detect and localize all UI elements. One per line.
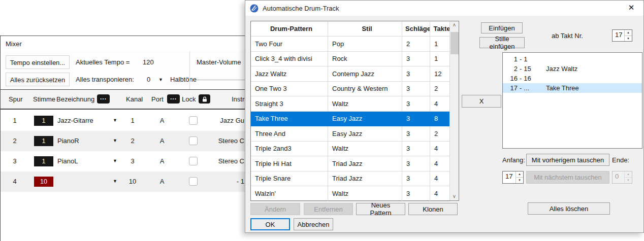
close-icon[interactable]: ✕: [626, 3, 637, 12]
pattern-takte[interactable]: 1: [430, 37, 449, 52]
swap-previous-button[interactable]: Mit vorherigem tauschen: [526, 154, 609, 166]
anfang-value[interactable]: 17: [503, 171, 516, 183]
set-tempo-button[interactable]: Tempo einstellen...: [6, 55, 70, 69]
pattern-schlaege[interactable]: 3: [402, 142, 430, 157]
scrollbar-thumb[interactable]: [450, 32, 459, 54]
port-value[interactable]: A: [157, 178, 167, 185]
transpose-dropdown-icon[interactable]: ▼: [158, 77, 163, 82]
port-value[interactable]: A: [157, 137, 167, 145]
pattern-row[interactable]: Take ThreeEasy Jazz38: [251, 112, 449, 127]
pattern-row[interactable]: Jazz WaltzContemp Jazz312: [251, 66, 449, 82]
voice-badge[interactable]: 1: [34, 136, 53, 146]
spinner-down-icon[interactable]: ▼: [516, 178, 523, 183]
pattern-schlaege[interactable]: 3: [402, 112, 430, 127]
track-name[interactable]: PianoR: [57, 137, 79, 145]
scroll-down-icon[interactable]: ˅: [450, 192, 459, 200]
pattern-stil[interactable]: Contemp Jazz: [328, 66, 402, 82]
voice-badge[interactable]: 1: [34, 116, 53, 126]
pattern-row[interactable]: Three AndEasy Jazz32: [251, 126, 449, 142]
pattern-name[interactable]: Triple Hi Hat: [251, 156, 328, 171]
pattern-name[interactable]: Triple 2and3: [251, 142, 328, 157]
pattern-stil[interactable]: Pop: [328, 37, 402, 52]
pattern-row[interactable]: Click 3_4 with divisiRock31: [251, 52, 449, 67]
spinner-down-icon[interactable]: ▼: [625, 36, 632, 42]
pattern-stil[interactable]: Easy Jazz: [328, 112, 402, 127]
channel-value[interactable]: 10: [125, 178, 140, 185]
port-value[interactable]: A: [157, 157, 167, 165]
pattern-stil[interactable]: Triad Jazz: [328, 171, 402, 187]
channel-value[interactable]: 2: [125, 137, 140, 145]
pattern-stil[interactable]: Rock: [328, 52, 402, 67]
bezeichnung-more-button[interactable]: ...: [97, 94, 110, 104]
chevron-down-icon[interactable]: ▼: [113, 138, 117, 143]
lock-checkbox[interactable]: [189, 157, 198, 165]
spinner-up-icon[interactable]: ▲: [516, 171, 523, 178]
port-value[interactable]: A: [157, 117, 167, 124]
pattern-stil[interactable]: Country & Western: [328, 82, 402, 97]
pattern-schlaege[interactable]: 3: [402, 66, 430, 82]
transpose-value[interactable]: 0: [147, 76, 150, 83]
pattern-name[interactable]: Walzin': [251, 186, 328, 201]
alles-loeschen-button[interactable]: Alles löschen: [528, 202, 610, 215]
voice-badge[interactable]: 10: [34, 177, 53, 187]
pattern-name[interactable]: Two Four: [251, 37, 328, 52]
pattern-row[interactable]: Straight 3Waltz34: [251, 96, 449, 112]
track-name[interactable]: Jazz-Gitarre: [57, 117, 93, 124]
pattern-schlaege[interactable]: 3: [402, 126, 430, 142]
pattern-takte[interactable]: 2: [430, 126, 449, 142]
scroll-up-icon[interactable]: ˄: [450, 21, 459, 30]
abbrechen-button[interactable]: Abbrechen: [294, 218, 333, 230]
lock-all-button[interactable]: [199, 94, 210, 104]
col-takte[interactable]: Takte: [430, 21, 449, 37]
x-button[interactable]: X: [462, 95, 501, 108]
pattern-takte[interactable]: 4: [430, 96, 449, 112]
chevron-down-icon[interactable]: ▼: [113, 118, 117, 123]
chevron-down-icon[interactable]: ▼: [113, 158, 117, 163]
col-drum-pattern[interactable]: Drum-Pattern: [251, 21, 328, 37]
pattern-name[interactable]: One Two 3: [251, 82, 328, 97]
pattern-row[interactable]: Walzin'Waltz34: [251, 186, 449, 201]
ab-takt-value[interactable]: 17: [613, 30, 624, 41]
pattern-takte[interactable]: 4: [430, 171, 449, 187]
pattern-name[interactable]: Straight 3: [251, 96, 328, 112]
ab-takt-spinner[interactable]: 17 ▲ ▼: [612, 29, 632, 42]
pattern-schlaege[interactable]: 3: [402, 82, 430, 97]
pattern-row[interactable]: Triple 2and3Waltz34: [251, 142, 449, 157]
pattern-row[interactable]: Triple Hi HatTriad Jazz34: [251, 156, 449, 171]
pattern-name[interactable]: Three And: [251, 126, 328, 142]
pattern-takte[interactable]: 2: [430, 82, 449, 97]
pattern-stil[interactable]: Waltz: [328, 96, 402, 112]
pattern-schlaege[interactable]: 2: [402, 37, 430, 52]
pattern-name[interactable]: Click 3_4 with divisi: [251, 52, 328, 67]
pattern-takte[interactable]: 1: [430, 52, 449, 67]
segment-list-item[interactable]: 2-15Jazz Waltz: [503, 64, 642, 74]
master-volume-slider[interactable]: [197, 80, 245, 80]
track-name[interactable]: PianoL: [57, 157, 78, 165]
pattern-name[interactable]: Take Three: [251, 112, 328, 127]
klonen-button[interactable]: Klonen: [408, 203, 458, 215]
pattern-takte[interactable]: 12: [430, 66, 449, 82]
segment-list-item[interactable]: 16-16: [503, 74, 642, 83]
pattern-takte[interactable]: 4: [430, 186, 449, 201]
lock-checkbox[interactable]: [189, 136, 198, 145]
einfuegen-button[interactable]: Einfügen: [481, 22, 523, 33]
pattern-row[interactable]: Triple SnareTriad Jazz34: [251, 171, 449, 187]
pattern-schlaege[interactable]: 3: [402, 186, 430, 201]
pattern-takte[interactable]: 4: [430, 142, 449, 157]
port-more-button[interactable]: ...: [167, 94, 180, 104]
segment-list[interactable]: 1-12-15Jazz Waltz16-1617-...Take Three: [502, 52, 642, 149]
pattern-stil[interactable]: Triad Jazz: [328, 156, 402, 171]
chevron-down-icon[interactable]: ▼: [113, 179, 117, 184]
segment-list-item[interactable]: 1-1: [503, 54, 642, 64]
channel-value[interactable]: 1: [125, 117, 140, 124]
pattern-takte[interactable]: 4: [430, 156, 449, 171]
pattern-stil[interactable]: Waltz: [328, 186, 402, 201]
pattern-stil[interactable]: Easy Jazz: [328, 126, 402, 142]
pattern-row[interactable]: One Two 3Country & Western32: [251, 82, 449, 97]
lock-checkbox[interactable]: [189, 116, 198, 125]
col-stil[interactable]: Stil: [328, 21, 402, 37]
segment-list-item[interactable]: 17-...Take Three: [503, 83, 642, 93]
dialog-titlebar[interactable]: Automatische Drum-Track ✕: [245, 1, 643, 16]
reset-all-button[interactable]: Alles zurücksetzen: [6, 73, 70, 86]
pattern-table-scrollbar[interactable]: ˄ ˅: [449, 21, 459, 200]
